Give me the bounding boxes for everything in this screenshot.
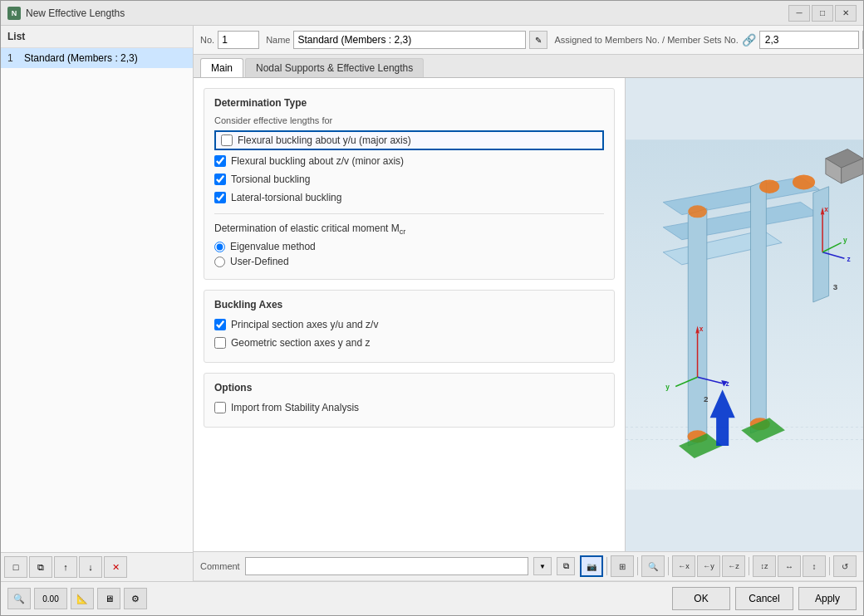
no-input[interactable]: [218, 31, 259, 49]
view-btn-z2[interactable]: ↕z: [753, 555, 776, 577]
comment-input[interactable]: [245, 557, 528, 575]
view-btn-z[interactable]: ←z: [722, 555, 745, 577]
svg-text:x: x: [700, 325, 704, 333]
tabs-bar: Main Nodal Supports & Effective Lengths: [194, 55, 863, 78]
options-section: Options Import from Stability Analysis: [204, 373, 615, 428]
svg-text:2: 2: [704, 394, 709, 403]
separator-1: [606, 557, 607, 575]
sidebar: List 1 Standard (Members : 2,3) □ ⧉ ↑ ↓ …: [1, 26, 194, 581]
main-content: List 1 Standard (Members : 2,3) □ ⧉ ↑ ↓ …: [1, 26, 863, 581]
close-button[interactable]: ✕: [835, 5, 857, 22]
status-search-btn[interactable]: 🔍: [7, 588, 31, 609]
bottom-bar: Comment ▼ ⧉ 📷 ⊞ 🔍 ←x ←y ←z: [194, 551, 863, 581]
consider-label: Consider effective lengths for: [214, 115, 604, 125]
options-title: Options: [214, 382, 604, 394]
no-field-group: No.: [200, 31, 259, 49]
checkbox-geometric-label: Geometric section axes y and z: [231, 337, 370, 349]
view-btn-rotate[interactable]: ↺: [833, 555, 857, 577]
radio-eigenvalue-label: Eigenvalue method: [230, 241, 316, 252]
form-area: Determination Type Consider effective le…: [194, 78, 626, 551]
svg-point-11: [688, 205, 707, 218]
checkbox-import-stability[interactable]: [214, 402, 226, 413]
status-value-btn[interactable]: 0.00: [34, 588, 67, 609]
checkbox-import-row: Import from Stability Analysis: [214, 400, 604, 415]
view-btn-y[interactable]: ←y: [697, 555, 720, 577]
view-btn-zoom[interactable]: 🔍: [641, 555, 665, 577]
copy-item-button[interactable]: ⧉: [29, 556, 52, 578]
radio-eigenvalue[interactable]: [214, 242, 225, 252]
title-controls: ─ □ ✕: [788, 5, 857, 22]
status-settings-btn[interactable]: ⚙: [124, 588, 147, 609]
checkbox-flex-yu-row: Flexural buckling about y/u (major axis): [214, 130, 604, 150]
radio-user-defined[interactable]: [214, 257, 225, 267]
checkbox-flex-zv[interactable]: [214, 155, 226, 167]
cancel-button[interactable]: Cancel: [735, 587, 793, 610]
3d-view-area: x z y 2 x z: [626, 78, 863, 551]
app-icon: N: [7, 7, 21, 20]
tab-main[interactable]: Main: [200, 58, 243, 77]
svg-point-9: [793, 174, 815, 189]
name-label: Name: [266, 35, 290, 45]
checkbox-torsional-row: Torsional buckling: [214, 172, 604, 187]
window-title: New Effective Lengths: [26, 7, 783, 19]
checkbox-lateral-row: Lateral-torsional buckling: [214, 190, 604, 205]
buckling-axes-section: Buckling Axes Principal section axes y/u…: [204, 290, 615, 363]
checkbox-flex-zv-row: Flexural buckling about z/v (minor axis): [214, 154, 604, 169]
checkbox-flex-yu[interactable]: [221, 134, 233, 146]
determination-section: Determination Type Consider effective le…: [204, 88, 615, 280]
comment-dropdown-button[interactable]: ▼: [533, 557, 552, 575]
divider-1: [214, 213, 604, 214]
comment-copy-button[interactable]: ⧉: [557, 557, 575, 575]
assigned-input[interactable]: [759, 31, 859, 49]
checkbox-torsional[interactable]: [214, 174, 226, 185]
sidebar-header: List: [1, 26, 193, 48]
buckling-axes-title: Buckling Axes: [214, 299, 604, 310]
assigned-clear-button[interactable]: ✕: [862, 31, 863, 49]
svg-text:3: 3: [833, 282, 838, 291]
checkbox-principal-row: Principal section axes y/u and z/v: [214, 317, 604, 332]
sidebar-item-1[interactable]: 1 Standard (Members : 2,3): [1, 48, 193, 68]
panel-body: Determination Type Consider effective le…: [194, 78, 863, 551]
name-input[interactable]: [293, 31, 526, 49]
status-display-btn[interactable]: 🖥: [97, 588, 120, 609]
apply-button[interactable]: Apply: [798, 587, 857, 610]
svg-text:z: z: [725, 380, 729, 388]
view-btn-v[interactable]: ↕: [803, 555, 826, 577]
checkbox-lateral[interactable]: [214, 192, 226, 203]
right-panel: No. Name ✎ Assigned to Members No. / Mem…: [194, 26, 863, 581]
delete-item-button[interactable]: ✕: [104, 556, 127, 578]
title-bar: N New Effective Lengths ─ □ ✕: [1, 1, 863, 26]
checkbox-flex-zv-label: Flexural buckling about z/v (minor axis): [231, 155, 404, 167]
maximize-button[interactable]: □: [812, 5, 833, 22]
name-edit-button[interactable]: ✎: [529, 31, 547, 49]
view-btn-h[interactable]: ↔: [778, 555, 801, 577]
status-bar: 🔍 0.00 📐 🖥 ⚙ OK Cancel Apply: [1, 581, 863, 615]
view-btn-camera[interactable]: 📷: [580, 555, 603, 577]
status-tools: 🔍 0.00 📐 🖥 ⚙: [7, 588, 147, 609]
checkbox-flex-yu-label: Flexural buckling about y/u (major axis): [238, 134, 411, 146]
assigned-label: Assigned to Members No. / Member Sets No…: [554, 35, 738, 45]
move-down-button[interactable]: ↓: [79, 556, 102, 578]
svg-point-10: [759, 179, 779, 193]
checkbox-principal-label: Principal section axes y/u and z/v: [231, 319, 378, 330]
determination-title: Determination Type: [214, 97, 604, 109]
tab-nodal[interactable]: Nodal Supports & Effective Lengths: [245, 58, 424, 77]
status-measure-btn[interactable]: 📐: [71, 588, 94, 609]
minimize-button[interactable]: ─: [788, 5, 810, 22]
view-btn-x[interactable]: ←x: [672, 555, 695, 577]
radio-eigenvalue-row: Eigenvalue method: [214, 241, 604, 252]
view-btn-grid[interactable]: ⊞: [611, 555, 634, 577]
comment-label: Comment: [200, 561, 240, 571]
ok-button[interactable]: OK: [672, 587, 730, 610]
sidebar-item-num: 1: [7, 52, 21, 64]
checkbox-import-stability-label: Import from Stability Analysis: [231, 402, 359, 413]
checkbox-geometric[interactable]: [214, 337, 226, 349]
checkbox-lateral-label: Lateral-torsional buckling: [231, 192, 341, 203]
new-item-button[interactable]: □: [4, 556, 27, 578]
separator-5: [829, 557, 830, 575]
checkbox-principal[interactable]: [214, 319, 226, 330]
move-up-button[interactable]: ↑: [54, 556, 77, 578]
separator-4: [749, 557, 749, 575]
sidebar-toolbar: □ ⧉ ↑ ↓ ✕: [1, 552, 193, 581]
name-field-group: Name ✎: [266, 31, 547, 49]
